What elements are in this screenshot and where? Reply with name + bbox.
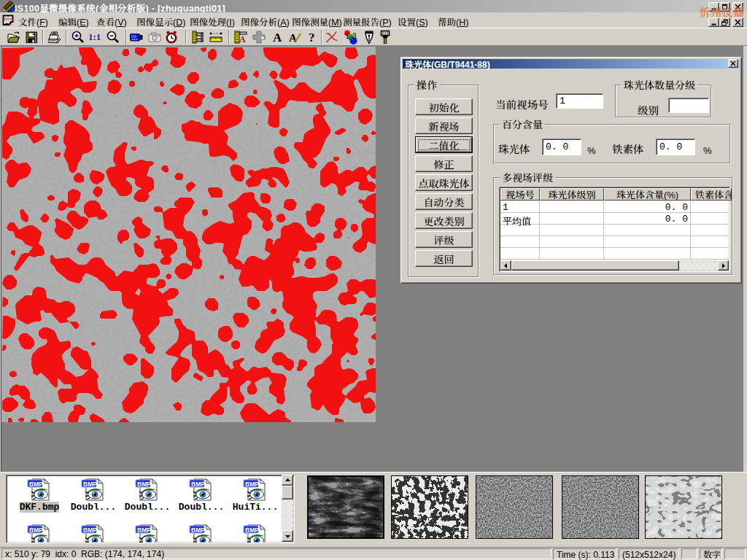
svg-text:BMP: BMP: [191, 526, 205, 534]
svg-text:BMP: BMP: [29, 481, 43, 488]
svg-text:BMP: BMP: [245, 526, 259, 534]
svg-text:A: A: [239, 34, 246, 44]
svg-text:BMP: BMP: [245, 481, 259, 488]
svg-text:BMP: BMP: [137, 481, 151, 488]
svg-text:3: 3: [352, 32, 357, 40]
svg-text:A: A: [273, 31, 282, 44]
svg-text:1:1: 1:1: [88, 31, 101, 42]
svg-text:BMP: BMP: [191, 481, 205, 488]
svg-text:?: ?: [309, 31, 315, 44]
svg-text:BMP: BMP: [29, 526, 43, 534]
svg-text:BMP: BMP: [137, 526, 151, 534]
svg-text:BMP: BMP: [83, 526, 97, 534]
svg-text:DOC: DOC: [4, 16, 15, 21]
svg-text:BMP: BMP: [83, 481, 97, 488]
